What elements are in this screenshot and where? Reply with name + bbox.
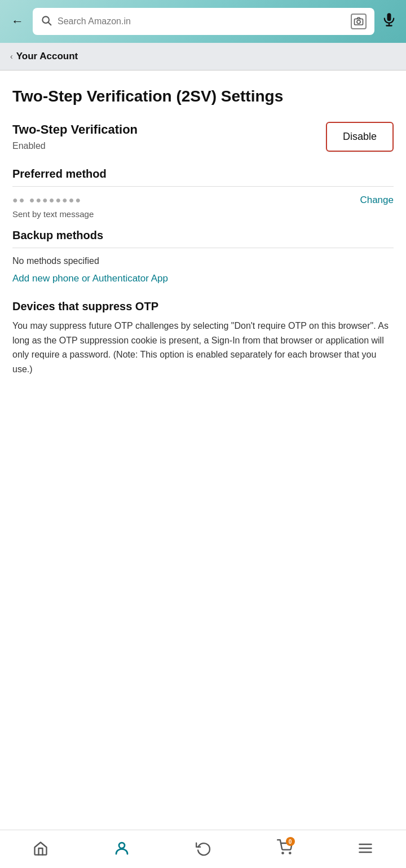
- divider-preferred: [12, 186, 394, 187]
- search-input[interactable]: [58, 16, 345, 27]
- preferred-method-section: Preferred method ●● ●●●●●●●● Change Sent…: [12, 168, 394, 219]
- svg-rect-4: [387, 13, 391, 21]
- svg-point-0: [42, 16, 49, 23]
- main-content: Two-Step Verification (2SV) Settings Two…: [0, 71, 406, 868]
- otp-suppress-section: Devices that suppress OTP You may suppre…: [12, 300, 394, 376]
- nav-menu[interactable]: [348, 838, 382, 858]
- mic-button[interactable]: [381, 12, 397, 32]
- nav-home[interactable]: [24, 838, 58, 858]
- cart-count: 0: [286, 837, 295, 846]
- tsv-heading: Two-Step Verification: [12, 122, 317, 138]
- back-button[interactable]: ←: [9, 12, 26, 31]
- svg-point-9: [289, 852, 290, 853]
- nav-returns[interactable]: [187, 838, 220, 858]
- divider-backup: [12, 248, 394, 248]
- preferred-method-row: ●● ●●●●●●●● Change: [12, 195, 394, 206]
- disable-button[interactable]: Disable: [326, 122, 394, 152]
- bottom-nav: 0: [0, 830, 406, 868]
- breadcrumb-chevron: ‹: [10, 52, 13, 61]
- svg-point-8: [282, 852, 283, 853]
- phone-masked: ●● ●●●●●●●●: [12, 195, 82, 205]
- breadcrumb[interactable]: ‹ Your Account: [0, 43, 406, 71]
- change-link[interactable]: Change: [360, 195, 394, 206]
- tsv-row: Two-Step Verification Enabled Disable: [12, 122, 394, 152]
- otp-suppress-heading: Devices that suppress OTP: [12, 300, 394, 313]
- header: ←: [0, 0, 406, 43]
- cart-badge: 0: [277, 839, 293, 857]
- camera-icon[interactable]: [351, 14, 367, 29]
- preferred-method-heading: Preferred method: [12, 168, 394, 180]
- svg-line-1: [48, 23, 51, 25]
- nav-account[interactable]: [104, 838, 139, 859]
- svg-point-7: [119, 843, 125, 848]
- page-title: Two-Step Verification (2SV) Settings: [12, 86, 394, 106]
- backup-methods-section: Backup methods No methods specified Add …: [12, 229, 394, 284]
- otp-suppress-description: You may suppress future OTP challenges b…: [12, 319, 394, 376]
- nav-cart[interactable]: 0: [268, 837, 302, 859]
- add-backup-link[interactable]: Add new phone or Authenticator App: [12, 273, 394, 284]
- search-icon: [41, 15, 52, 29]
- breadcrumb-label: Your Account: [16, 51, 78, 62]
- no-methods-text: No methods specified: [12, 256, 394, 266]
- delivery-note: Sent by text message: [12, 209, 394, 219]
- backup-methods-heading: Backup methods: [12, 229, 394, 242]
- tsv-status: Enabled: [12, 141, 317, 151]
- tsv-label-block: Two-Step Verification Enabled: [12, 122, 317, 151]
- search-bar: [33, 8, 374, 35]
- svg-point-3: [357, 20, 360, 24]
